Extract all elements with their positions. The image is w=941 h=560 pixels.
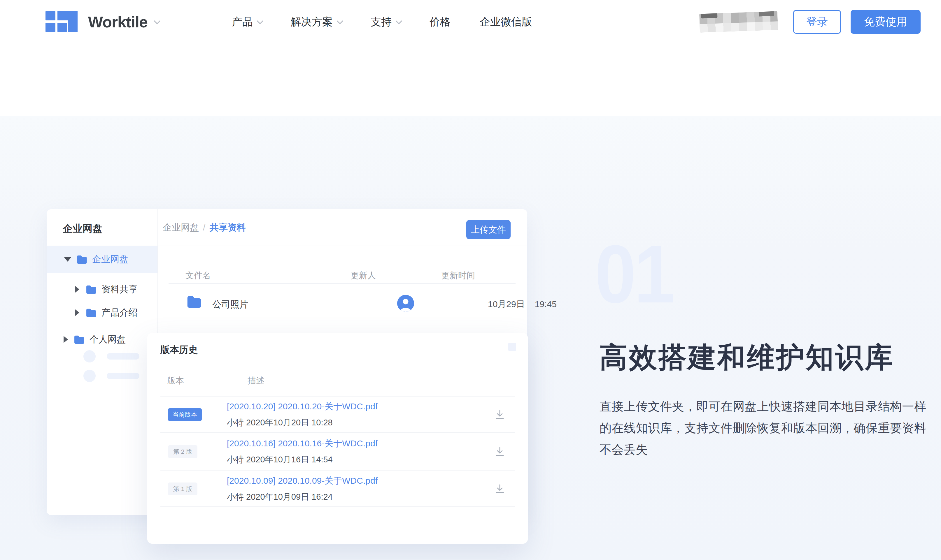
nav-item-support[interactable]: 支持 [371, 15, 400, 29]
caret-expanded-icon[interactable] [64, 257, 71, 262]
version-badge: 第 2 版 [168, 445, 197, 458]
worktile-logo-icon [45, 11, 78, 32]
version-row-1: 第 1 版 [2020.10.09] 2020.10.09-关于WDC.pdf … [147, 471, 528, 507]
page: Worktile 产品 解决方案 支持 价格 企业微信版 [0, 0, 941, 560]
phone-number-redacted [699, 11, 778, 32]
version-history-modal: 版本历史 版本 描述 当前版本 [2020.10.20] 2020.10.20-… [147, 333, 528, 544]
skeleton-bar [107, 353, 139, 360]
download-icon[interactable] [494, 483, 506, 495]
nav-item-solutions[interactable]: 解决方案 [291, 15, 341, 29]
download-icon[interactable] [494, 446, 506, 457]
skeleton-bar [107, 373, 139, 379]
upload-file-button[interactable]: 上传文件 [466, 220, 511, 239]
chevron-down-icon [257, 18, 264, 25]
modal-title: 版本历史 [160, 343, 198, 356]
download-icon[interactable] [494, 409, 506, 420]
column-header-version: 版本 [167, 375, 184, 387]
file-name: 公司照片 [212, 298, 248, 311]
nav-item-products[interactable]: 产品 [232, 15, 262, 29]
folder-icon [187, 295, 201, 308]
version-meta: 小特 2020年10月20日 10:28 [227, 417, 494, 429]
breadcrumb-current: 共享资料 [210, 222, 246, 234]
version-table-header: 版本 描述 [147, 363, 528, 397]
nav-item-pricing[interactable]: 价格 [430, 15, 450, 29]
divider [160, 506, 515, 507]
column-header-updater: 更新人 [350, 270, 376, 282]
version-file-link[interactable]: [2020.10.20] 2020.10.20-关于WDC.pdf [227, 401, 494, 412]
caret-collapsed-icon[interactable] [63, 336, 68, 343]
version-meta: 小特 2020年10月09日 16:24 [227, 491, 494, 503]
version-file-link[interactable]: [2020.10.16] 2020.10.16-关于WDC.pdf [227, 438, 494, 449]
feature-index-watermark: 01 [595, 233, 673, 315]
feature-title: 高效搭建和维护知识库 [600, 342, 894, 373]
version-row-2: 第 2 版 [2020.10.16] 2020.10.16-关于WDC.pdf … [147, 433, 528, 471]
folder-icon [86, 285, 96, 294]
column-header-filename: 文件名 [185, 270, 211, 282]
column-header-description: 描述 [248, 375, 264, 387]
table-row-company-photos[interactable]: 公司照片 10月29日19:45 [168, 284, 515, 323]
top-navbar: Worktile 产品 解决方案 支持 价格 企业微信版 [0, 0, 941, 44]
tree-item-shared-docs[interactable]: 资料共享 [75, 281, 137, 298]
sidebar-title: 企业网盘 [63, 222, 102, 235]
version-meta: 小特 2020年10月16日 14:54 [227, 454, 494, 466]
tree-item-product-intro[interactable]: 产品介绍 [75, 304, 137, 322]
folder-icon [74, 335, 84, 344]
version-row-current: 当前版本 [2020.10.20] 2020.10.20-关于WDC.pdf 小… [147, 397, 528, 433]
breadcrumb-separator: / [203, 222, 205, 233]
login-button[interactable]: 登录 [793, 10, 841, 34]
breadcrumb: 企业网盘 / 共享资料 [163, 209, 246, 246]
nav-item-wecom-edition[interactable]: 企业微信版 [480, 15, 532, 29]
free-trial-button[interactable]: 免费使用 [851, 10, 921, 34]
folder-icon [76, 255, 87, 264]
skeleton-circle [83, 350, 96, 363]
updated-time: 10月29日19:45 [488, 298, 557, 310]
nav-right-cluster: 登录 免费使用 [700, 0, 921, 44]
worktile-logo[interactable]: Worktile [45, 0, 159, 44]
sidebar-skeleton-row [83, 350, 139, 363]
chevron-down-icon [154, 18, 161, 25]
modal-header: 版本历史 [147, 333, 528, 363]
chevron-down-icon [396, 18, 403, 25]
folder-icon [86, 308, 96, 317]
caret-collapsed-icon[interactable] [75, 309, 79, 316]
breadcrumb-root[interactable]: 企业网盘 [163, 222, 199, 234]
worktile-logo-text: Worktile [88, 13, 148, 31]
version-file-link[interactable]: [2020.10.09] 2020.10.09-关于WDC.pdf [227, 475, 494, 487]
updater-avatar [397, 295, 414, 312]
chevron-down-icon [337, 18, 344, 25]
skeleton-circle [83, 370, 96, 382]
tree-item-personal-drive[interactable]: 个人网盘 [63, 331, 126, 348]
sidebar-skeleton-row [83, 370, 139, 382]
caret-collapsed-icon[interactable] [75, 286, 79, 293]
feature-description: 直接上传文件夹，即可在网盘上快速搭建同本地目录结构一样的在线知识库，支持文件删除… [600, 396, 932, 460]
tree-item-enterprise-drive[interactable]: 企业网盘 [64, 251, 128, 268]
close-icon[interactable] [508, 343, 516, 351]
version-badge-current: 当前版本 [168, 408, 202, 421]
column-header-updated-time: 更新时间 [441, 270, 475, 282]
version-badge: 第 1 版 [168, 483, 197, 495]
nav-menu: 产品 解决方案 支持 价格 企业微信版 [232, 0, 532, 44]
